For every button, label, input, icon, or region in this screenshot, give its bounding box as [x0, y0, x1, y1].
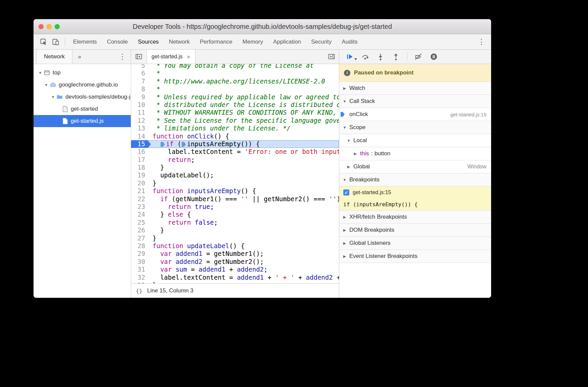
pretty-print-button[interactable]: {} [131, 288, 147, 294]
code-line[interactable]: updateLabel(); [148, 171, 339, 179]
line-number[interactable]: 9 [131, 93, 148, 101]
section-watch[interactable]: ▶ Watch [339, 82, 491, 95]
expand-arrow-icon[interactable]: ▼ [50, 95, 56, 99]
line-number[interactable]: 32 [131, 274, 148, 281]
breakpoint-entry[interactable]: ✓ get-started.js:15 if (inputsAreEmpty()… [339, 186, 491, 211]
section-global-listeners[interactable]: ▶ Global Listeners [339, 237, 491, 250]
line-number[interactable]: 28 [131, 242, 148, 250]
code-line[interactable]: * Unless required by applicable law or a… [148, 93, 339, 101]
line-number[interactable]: 19 [131, 171, 148, 179]
line-number[interactable]: 17 [131, 156, 148, 164]
breakpoint-checkbox[interactable]: ✓ [343, 189, 349, 196]
expand-arrow-icon[interactable]: ▼ [38, 71, 43, 75]
code-line[interactable]: * You may obtain a copy of the License a… [148, 64, 339, 69]
code-line[interactable]: function inputsAreEmpty() { [148, 187, 339, 195]
deactivate-breakpoints-button[interactable] [414, 52, 423, 61]
code-line[interactable]: return; [148, 156, 339, 164]
tab-memory[interactable]: Memory [237, 34, 268, 49]
line-number[interactable]: 6 [131, 69, 148, 77]
code-line[interactable]: * distributed under the License is distr… [148, 101, 339, 109]
line-number[interactable]: 11 [131, 109, 148, 116]
line-number[interactable]: 15 [131, 140, 148, 148]
close-tab-icon[interactable]: × [186, 54, 190, 60]
code-editor[interactable]: 5 * You may obtain a copy of the License… [131, 64, 339, 283]
tree-item-get-started[interactable]: get-started [34, 103, 131, 115]
line-number[interactable]: 5 [131, 64, 148, 69]
step-into-button[interactable] [376, 52, 385, 61]
line-number[interactable]: 10 [131, 101, 148, 109]
line-number[interactable]: 12 [131, 117, 148, 124]
line-number[interactable]: 22 [131, 195, 148, 203]
overflow-tabs-icon[interactable]: » [78, 53, 81, 60]
line-number[interactable]: 25 [131, 219, 148, 226]
zoom-window-button[interactable] [55, 24, 60, 29]
code-line[interactable]: * WITHOUT WARRANTIES OR CONDITIONS OF AN… [148, 109, 339, 116]
code-line[interactable]: function updateLabel() { [148, 242, 339, 250]
code-line[interactable]: * See the License for the specific langu… [148, 117, 339, 124]
device-toolbar-icon[interactable] [50, 36, 62, 48]
code-line[interactable]: var addend1 = getNumber1(); [148, 250, 339, 258]
tab-elements[interactable]: Elements [68, 34, 102, 49]
code-line[interactable]: function onClick() { [148, 132, 339, 140]
code-line[interactable]: * limitations under the License. */ [148, 124, 339, 132]
section-call-stack[interactable]: ▼ Call Stack [339, 95, 491, 108]
code-line[interactable]: return false; [148, 219, 339, 226]
section-xhr-breakpoints[interactable]: ▶ XHR/fetch Breakpoints [339, 211, 491, 224]
code-line[interactable]: label.textContent = addend1 + ' + ' + ad… [148, 274, 339, 281]
line-number[interactable]: 20 [131, 179, 148, 187]
line-number[interactable]: 24 [131, 211, 148, 218]
tab-sources[interactable]: Sources [133, 34, 164, 49]
scope-local[interactable]: ▼ Local [339, 134, 491, 147]
line-number[interactable]: 27 [131, 234, 148, 242]
tab-security[interactable]: Security [306, 34, 337, 49]
tab-network[interactable]: Network [164, 34, 195, 49]
section-scope[interactable]: ▼ Scope [339, 121, 491, 134]
line-number[interactable]: 29 [131, 250, 148, 258]
breakpoint-code[interactable]: if (inputsAreEmpty()) { [339, 199, 491, 210]
step-out-button[interactable] [392, 52, 400, 61]
line-number[interactable]: 31 [131, 266, 148, 273]
section-dom-breakpoints[interactable]: ▶ DOM Breakpoints [339, 224, 491, 237]
section-breakpoints[interactable]: ▼ Breakpoints [339, 173, 491, 186]
close-window-button[interactable] [39, 24, 44, 29]
inspect-element-icon[interactable] [38, 36, 50, 48]
line-number[interactable]: 7 [131, 77, 148, 85]
scope-global[interactable]: ▶ Global Window [339, 160, 491, 173]
code-line[interactable]: } [148, 226, 339, 234]
code-line[interactable]: return true; [148, 203, 339, 211]
section-event-listener-breakpoints[interactable]: ▶ Event Listener Breakpoints [339, 250, 491, 263]
expand-arrow-icon[interactable]: ▼ [44, 83, 49, 87]
scope-prop-this[interactable]: ▶ this: button [339, 147, 491, 160]
code-line[interactable]: } [148, 179, 339, 187]
minimize-window-button[interactable] [47, 24, 52, 29]
line-number[interactable]: 30 [131, 258, 148, 266]
step-over-button[interactable] [361, 52, 369, 61]
tab-console[interactable]: Console [102, 34, 133, 49]
file-tab-get-started-js[interactable]: get-started.js × [146, 50, 195, 64]
more-options-icon[interactable]: ⋮ [476, 38, 487, 46]
pause-on-exceptions-button[interactable] [429, 52, 438, 61]
call-stack-frame[interactable]: onClick get-started.js:15 [339, 108, 491, 121]
toggle-debugger-sidebar-icon[interactable] [328, 53, 336, 61]
code-line[interactable]: * [148, 85, 339, 93]
line-number[interactable]: 18 [131, 164, 148, 171]
tree-item-top[interactable]: ▼ top [34, 67, 131, 79]
code-line[interactable]: * [148, 69, 339, 77]
code-line[interactable]: var sum = addend1 + addend2; [148, 266, 339, 273]
code-line[interactable]: if (inputsAreEmpty()) { [148, 140, 339, 148]
line-number[interactable]: 26 [131, 226, 148, 234]
line-number[interactable]: 16 [131, 148, 148, 156]
navigator-more-icon[interactable]: ⋮ [117, 53, 128, 60]
tab-application[interactable]: Application [268, 34, 306, 49]
code-line[interactable]: if (getNumber1() === '' || getNumber2() … [148, 195, 339, 203]
line-number[interactable]: 14 [131, 132, 148, 140]
code-line[interactable]: } else { [148, 211, 339, 218]
code-line[interactable]: } [148, 234, 339, 242]
tree-item-domain[interactable]: ▼ googlechrome.github.io [34, 79, 131, 91]
code-line[interactable]: var addend2 = getNumber2(); [148, 258, 339, 266]
tree-item-folder[interactable]: ▼ devtools-samples/debug-js [34, 91, 131, 103]
resume-button[interactable] [345, 52, 354, 61]
tab-audits[interactable]: Audits [337, 34, 362, 49]
code-line[interactable]: * http://www.apache.org/licenses/LICENSE… [148, 77, 339, 85]
tree-item-get-started-js[interactable]: get-started.js [34, 115, 131, 127]
